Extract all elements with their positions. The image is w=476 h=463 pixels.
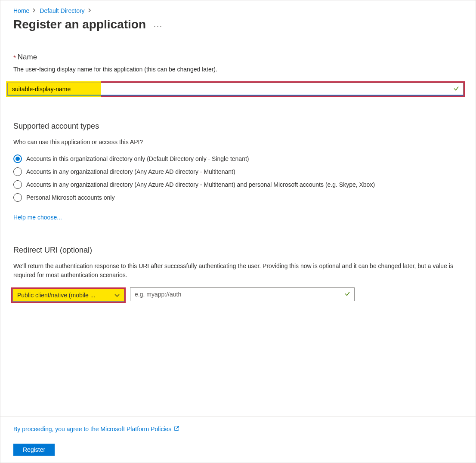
platform-select-highlight: Public client/native (mobile ... (11, 287, 126, 303)
radio-multitenant[interactable]: Accounts in any organizational directory… (13, 167, 463, 176)
platform-select-value: Public client/native (mobile ... (17, 292, 95, 299)
redirect-uri-section: Redirect URI (optional) We'll return the… (13, 246, 463, 303)
radio-icon (13, 167, 22, 176)
name-input-highlight (6, 81, 465, 97)
platform-select[interactable]: Public client/native (mobile ... (12, 289, 124, 302)
name-label: Name (18, 53, 37, 62)
help-me-choose-link[interactable]: Help me choose... (13, 214, 62, 221)
agree-text-label: By proceeding, you agree to the Microsof… (13, 426, 171, 432)
footer: By proceeding, you agree to the Microsof… (0, 417, 476, 463)
platform-policies-link[interactable]: By proceeding, you agree to the Microsof… (13, 426, 463, 432)
name-input[interactable] (7, 83, 464, 96)
more-actions-icon[interactable]: ··· (154, 19, 163, 30)
radio-label: Accounts in any organizational directory… (26, 168, 235, 175)
chevron-right-icon (87, 8, 93, 14)
name-description: The user-facing display name for this ap… (13, 66, 463, 73)
checkmark-icon (344, 291, 350, 298)
chevron-down-icon (114, 292, 120, 299)
radio-single-tenant[interactable]: Accounts in this organizational director… (13, 154, 463, 163)
radio-personal-only[interactable]: Personal Microsoft accounts only (13, 193, 463, 202)
radio-label: Accounts in any organizational directory… (26, 181, 375, 188)
chevron-right-icon (32, 8, 37, 14)
account-types-radio-group: Accounts in this organizational director… (13, 154, 463, 202)
radio-label: Accounts in this organizational director… (26, 155, 249, 162)
radio-label: Personal Microsoft accounts only (26, 194, 114, 201)
redirect-uri-heading: Redirect URI (optional) (13, 246, 463, 255)
page-title: Register an application (13, 18, 146, 31)
register-button[interactable]: Register (13, 444, 55, 456)
external-link-icon (174, 426, 179, 432)
radio-icon (13, 180, 22, 189)
redirect-uri-input[interactable] (130, 287, 355, 301)
checkmark-icon (453, 86, 459, 93)
radio-icon (13, 193, 22, 202)
redirect-uri-description: We'll return the authentication response… (13, 262, 463, 280)
name-section: * Name The user-facing display name for … (13, 53, 463, 97)
account-types-heading: Supported account types (13, 122, 463, 131)
account-types-section: Supported account types Who can use this… (13, 122, 463, 221)
radio-multitenant-personal[interactable]: Accounts in any organizational directory… (13, 180, 463, 189)
breadcrumb-home[interactable]: Home (13, 7, 29, 14)
breadcrumb-directory[interactable]: Default Directory (40, 7, 84, 14)
account-types-question: Who can use this application or access t… (13, 138, 463, 147)
breadcrumb: Home Default Directory (13, 7, 463, 14)
required-star-icon: * (13, 54, 16, 61)
radio-icon (13, 154, 22, 163)
